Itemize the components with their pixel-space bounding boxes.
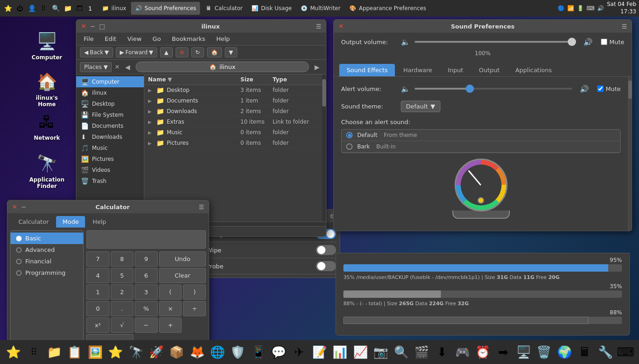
calc-btn-4[interactable]: 4: [86, 268, 109, 283]
calc-close-button[interactable]: ✕: [12, 203, 17, 210]
calc-btn-dot[interactable]: .: [111, 301, 134, 316]
dock-calc-sheet[interactable]: 📈: [351, 342, 370, 362]
desktop-icon-home[interactable]: 🏠 ilinux's Home: [29, 68, 65, 110]
user-icon[interactable]: 👤: [27, 3, 37, 13]
menu-view[interactable]: View: [126, 34, 143, 43]
menu-file[interactable]: File: [82, 34, 96, 43]
mode-financial[interactable]: Financial: [11, 256, 83, 267]
calc-btn-5[interactable]: 5: [111, 268, 134, 283]
clock[interactable]: Sat 04 Feb 17:33: [607, 1, 636, 15]
tab-input[interactable]: Input: [440, 64, 471, 76]
dock-rocket[interactable]: 🚀: [147, 342, 166, 362]
dock-image[interactable]: 🖼️: [86, 342, 105, 362]
mode-programming[interactable]: Programming: [11, 267, 83, 279]
mode-basic[interactable]: Basic: [11, 233, 83, 244]
col-name[interactable]: Name ▼: [148, 76, 240, 83]
home-button[interactable]: 🏠: [207, 47, 222, 57]
forward-dropdown-icon[interactable]: ▼: [149, 49, 153, 56]
sidebar-item-desktop[interactable]: 🖥️ Desktop: [76, 98, 144, 109]
dock-skype[interactable]: 💬: [269, 342, 288, 362]
dock-vpn[interactable]: 🛡️: [228, 342, 247, 362]
sidebar-item-music[interactable]: 🎵 Music: [76, 142, 144, 154]
calc-menu-icon[interactable]: ☰: [199, 204, 204, 210]
forward-button[interactable]: ▶ Forward ▼: [116, 47, 158, 57]
sidebar-item-pictures[interactable]: 🖼️ Pictures: [76, 154, 144, 165]
taskbar-btn-appearance[interactable]: 🎨 Appearance Preferences: [345, 2, 430, 15]
file-row[interactable]: ▶ 📁 Desktop 3 items folder: [144, 85, 322, 96]
mute-checkbox[interactable]: Mute: [601, 39, 624, 46]
sound-menu-icon[interactable]: ☰: [622, 23, 627, 30]
dock-qbt[interactable]: ⬇️: [432, 342, 451, 362]
calc-btn-1[interactable]: 1: [86, 284, 109, 300]
tab-help[interactable]: Help: [86, 216, 113, 228]
alert-mute-checkbox[interactable]: Mute: [597, 85, 621, 92]
back-button[interactable]: ◀ Back ▼: [80, 47, 113, 57]
alert-sound-item-bark[interactable]: Bark Built-in: [342, 141, 620, 153]
file-row[interactable]: ▶ 📁 Downloads 2 items folder: [144, 106, 322, 117]
desktop-icon-computer[interactable]: 🖥️ Computer: [29, 28, 65, 63]
menu-bookmarks[interactable]: Bookmarks: [170, 34, 207, 43]
col-type[interactable]: Type: [273, 76, 319, 83]
calc-btn-sq[interactable]: x²: [86, 318, 109, 333]
power-icon[interactable]: ⏻: [15, 3, 25, 13]
probe-toggle[interactable]: [316, 261, 336, 271]
alert-volume-slider[interactable]: [415, 84, 572, 93]
undo-button[interactable]: Undo: [159, 251, 206, 267]
calc-btn-div[interactable]: ÷: [183, 301, 206, 316]
alert-mute-input[interactable]: [597, 85, 604, 92]
desktop-icon-network[interactable]: 🖧 Network: [29, 108, 65, 144]
dock-viber[interactable]: 📱: [249, 342, 268, 362]
location-close-icon[interactable]: ✕: [114, 63, 120, 70]
alert-sound-item-default[interactable]: Default From theme: [342, 130, 620, 141]
files-icon[interactable]: 📁: [63, 3, 73, 13]
dock-impress[interactable]: 📊: [330, 342, 349, 362]
tab-hardware[interactable]: Hardware: [396, 64, 439, 76]
calc-btn-8[interactable]: 8: [111, 251, 134, 267]
calc-btn-0[interactable]: 0: [86, 301, 109, 316]
dock-dbl[interactable]: ➡️: [493, 342, 513, 362]
dock-sys[interactable]: 🔧: [595, 342, 615, 362]
reload-button[interactable]: ↻: [191, 47, 204, 57]
window-icon[interactable]: 🗔: [74, 3, 85, 13]
location-path[interactable]: 🏠 ilinux: [136, 62, 309, 72]
dock-stars2[interactable]: ⭐: [106, 342, 125, 362]
dock-kbd[interactable]: ⌨️: [616, 342, 635, 362]
loc-next-btn[interactable]: ▶: [312, 63, 322, 72]
calc-btn-sub[interactable]: −: [135, 318, 158, 333]
dock-files[interactable]: 📁: [45, 342, 64, 362]
dock-writer[interactable]: 📝: [310, 342, 329, 362]
view-options-button[interactable]: ▼: [225, 47, 237, 57]
sound-close-button[interactable]: ✕: [338, 23, 344, 30]
menu-help[interactable]: Help: [214, 34, 232, 43]
dock-photos[interactable]: 📷: [371, 342, 390, 362]
calc-btn-add[interactable]: +: [159, 318, 182, 333]
loc-prev-btn[interactable]: ◀: [122, 63, 133, 72]
sidebar-item-downloads[interactable]: ⬇️ Downloads: [76, 131, 144, 142]
sidebar-item-filesystem[interactable]: 💾 File System: [76, 109, 144, 120]
mute-input[interactable]: [601, 39, 607, 45]
calc-btn-paren-close[interactable]: ): [183, 284, 206, 300]
taskbar-btn-sound[interactable]: 🔊 Sound Preferences: [131, 2, 200, 15]
sidebar-item-documents[interactable]: 📄 Documents: [76, 120, 144, 131]
dock-chrome[interactable]: 🌐: [208, 342, 227, 362]
sidebar-item-videos[interactable]: 🎬 Videos: [76, 165, 144, 176]
minimize-button[interactable]: −: [90, 23, 96, 30]
dock-vlc[interactable]: 🎬: [412, 342, 431, 362]
keyboard-icon[interactable]: ⌨️: [587, 5, 594, 11]
places-button[interactable]: Places ▼: [80, 62, 112, 72]
dock-dots[interactable]: ⠿: [24, 342, 43, 362]
tab-output[interactable]: Output: [472, 64, 507, 76]
sidebar-item-computer[interactable]: 🖥️ Computer: [76, 76, 144, 87]
taskbar-btn-multiwriter[interactable]: 💿 MultiWriter: [297, 2, 344, 15]
taskbar-btn-ilinux[interactable]: 📁 ilinux: [97, 2, 130, 15]
star-icon[interactable]: ⭐: [3, 3, 13, 13]
tab-mode[interactable]: Mode: [56, 216, 85, 228]
sidebar-item-ilinux[interactable]: 🏠 ilinux: [76, 87, 144, 98]
file-row[interactable]: ▶ 📁 Pictures 0 items folder: [144, 138, 322, 148]
calc-btn-2[interactable]: 2: [111, 284, 134, 300]
close-button[interactable]: ✕: [81, 23, 86, 30]
network-icon[interactable]: 📶: [567, 5, 574, 11]
files-scrollbar[interactable]: [322, 74, 326, 222]
taskbar-btn-calculator[interactable]: 🖩 Calculator: [201, 2, 246, 15]
dock-steam[interactable]: 🎮: [453, 342, 472, 362]
